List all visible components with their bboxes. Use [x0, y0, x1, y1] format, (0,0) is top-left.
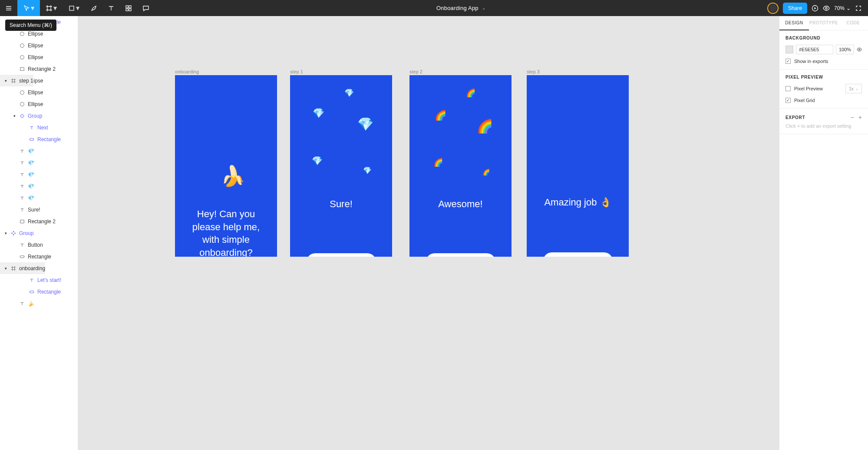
layer-type-icon: [19, 160, 25, 165]
export-section: EXPORT − + Click + to add an export sett…: [779, 109, 868, 134]
frame-step-1[interactable]: 💎💎💎💎💎Sure!Next: [290, 75, 392, 257]
layer-row[interactable]: 💎: [0, 169, 78, 180]
show-in-exports-checkbox[interactable]: [785, 59, 791, 64]
layer-label: Next: [37, 125, 48, 131]
layers-panel[interactable]: RectangleEllipseEllipseEllipseRectangle …: [0, 16, 78, 450]
frame-heading: Sure!: [290, 198, 392, 211]
layer-row[interactable]: Rectangle: [0, 286, 78, 298]
frame-step-3[interactable]: Amazing job 👌Let's play!: [527, 75, 629, 257]
layer-row[interactable]: 💎: [0, 192, 78, 204]
frame-step-2[interactable]: 🌈🌈🌈🌈🌈Awesome!Next: [409, 75, 512, 257]
pen-tool[interactable]: [85, 0, 102, 16]
menu-button[interactable]: [0, 0, 17, 16]
expand-icon[interactable]: ▾: [3, 79, 8, 83]
expand-icon[interactable]: ▾: [12, 114, 17, 118]
svg-point-8: [20, 32, 24, 36]
layer-type-icon: [19, 242, 25, 248]
frame-tool[interactable]: ▾: [40, 0, 63, 16]
cta-button[interactable]: Next: [426, 253, 495, 257]
layer-label: step 1: [19, 78, 33, 84]
layer-row[interactable]: Let's start!: [0, 274, 78, 286]
add-export-button[interactable]: +: [858, 114, 862, 121]
layer-label: 💎: [28, 160, 34, 166]
visibility-icon[interactable]: [857, 47, 862, 52]
decoration-icon: 🍌: [221, 164, 245, 188]
pixel-preview-checkbox[interactable]: [785, 86, 791, 91]
layer-label: 🍌: [28, 301, 34, 307]
expand-button[interactable]: [855, 5, 862, 12]
layer-type-icon: [19, 102, 25, 107]
canvas[interactable]: onboarding🍌Hey! Can you please help me, …: [78, 16, 779, 450]
svg-point-19: [859, 49, 860, 50]
frame-label[interactable]: step 1: [290, 69, 303, 74]
shape-tool[interactable]: ▾: [63, 0, 85, 16]
layer-row[interactable]: ▾step 1: [0, 75, 33, 86]
inspector-tab-prototype[interactable]: PROTOTYPE: [809, 16, 838, 30]
pixel-preview-scale[interactable]: 1x⌄: [845, 84, 862, 93]
comment-tool[interactable]: [137, 0, 155, 16]
document-title[interactable]: Onboarding App ⌄: [155, 0, 767, 16]
expand-icon[interactable]: ▾: [3, 266, 8, 271]
section-title: EXPORT: [785, 115, 805, 120]
text-tool[interactable]: [102, 0, 120, 16]
layer-row[interactable]: 🍌: [0, 298, 78, 309]
layer-row[interactable]: Button: [0, 239, 78, 251]
zoom-control[interactable]: 70% ⌄: [834, 5, 851, 11]
layer-type-icon: [10, 231, 17, 236]
frame-label[interactable]: step 2: [409, 69, 422, 74]
layer-row[interactable]: Rectangle 2: [0, 63, 78, 75]
svg-rect-2: [129, 6, 131, 8]
cta-button[interactable]: Let's play!: [543, 252, 613, 257]
present-button[interactable]: [812, 5, 818, 12]
layer-type-icon: [19, 43, 25, 48]
view-settings-button[interactable]: [823, 5, 830, 12]
inspector-tab-design[interactable]: DESIGN: [779, 16, 809, 30]
layer-label: Rectangle: [37, 136, 61, 142]
svg-rect-0: [69, 6, 74, 10]
section-title: BACKGROUND: [785, 36, 862, 40]
layer-row[interactable]: 💎: [0, 180, 78, 192]
layer-row[interactable]: Rectangle 2: [0, 215, 78, 227]
background-hex-input[interactable]: #E5E5E5: [796, 45, 833, 54]
remove-export-button[interactable]: −: [851, 114, 854, 121]
frame-label[interactable]: onboarding: [175, 69, 199, 74]
cta-button[interactable]: Next: [307, 253, 376, 257]
expand-icon[interactable]: ▾: [3, 231, 8, 235]
layer-label: 💎: [28, 183, 34, 189]
pixel-grid-checkbox[interactable]: [785, 98, 791, 103]
svg-rect-15: [30, 138, 33, 140]
layer-row[interactable]: Rectangle: [0, 251, 78, 262]
layer-row[interactable]: Ellipse: [0, 98, 78, 110]
layer-label: Button: [28, 242, 43, 248]
top-toolbar: ▾ ▾ ▾ Onboarding App ⌄ Share 70% ⌄: [0, 0, 868, 16]
layer-row[interactable]: ▾Group: [0, 227, 78, 239]
layer-label: Rectangle 2: [28, 66, 56, 72]
frame-label[interactable]: step 3: [527, 69, 540, 74]
layer-type-icon: [29, 278, 35, 283]
layer-row[interactable]: ▾Group: [0, 110, 78, 122]
pixel-preview-section: PIXEL PREVIEW Pixel Preview 1x⌄ Pixel Gr…: [779, 69, 868, 109]
background-swatch[interactable]: [785, 46, 793, 53]
layer-row[interactable]: Next: [0, 122, 78, 133]
layer-row[interactable]: Sure!: [0, 204, 78, 215]
decoration-icon: 🌈: [466, 88, 475, 98]
layer-row[interactable]: Ellipse: [0, 51, 78, 63]
layer-row[interactable]: Rectangle: [0, 133, 78, 145]
svg-rect-18: [30, 291, 33, 292]
layer-row[interactable]: 💎: [0, 145, 78, 157]
components-tool[interactable]: [120, 0, 137, 16]
layer-row[interactable]: 💎: [0, 157, 78, 169]
share-button[interactable]: Share: [783, 3, 807, 14]
frame-onboarding[interactable]: 🍌Hey! Can you please help me, with simpl…: [175, 75, 277, 257]
layer-label: Rectangle: [37, 289, 61, 295]
background-opacity-input[interactable]: 100%: [836, 45, 854, 54]
inspector-tab-code[interactable]: CODE: [838, 16, 868, 30]
layer-row[interactable]: ▾onboarding: [0, 262, 45, 274]
svg-rect-11: [20, 67, 24, 70]
layer-row[interactable]: Ellipse: [0, 86, 78, 98]
layer-row[interactable]: Ellipse: [0, 40, 78, 51]
user-avatar[interactable]: [767, 3, 779, 14]
show-in-exports-label: Show in exports: [794, 59, 828, 64]
layer-label: Ellipse: [28, 101, 43, 107]
move-tool[interactable]: ▾: [17, 0, 40, 16]
